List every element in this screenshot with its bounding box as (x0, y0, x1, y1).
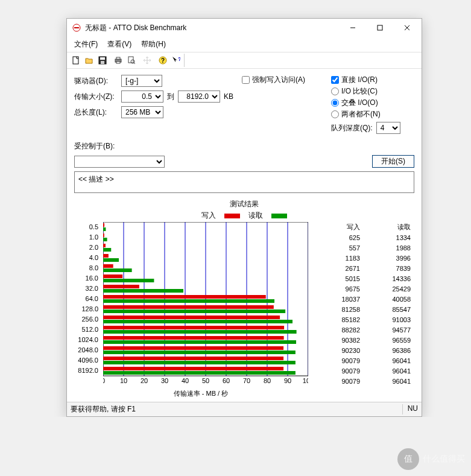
svg-rect-70 (103, 357, 283, 360)
svg-text:10: 10 (120, 377, 127, 384)
controlled-by-select[interactable] (74, 156, 165, 168)
svg-rect-12 (116, 62, 120, 63)
svg-rect-50 (103, 254, 109, 258)
drive-select[interactable]: [-g-] (121, 75, 162, 87)
menubar: 文件(F) 查看(V) 帮助(H) (67, 37, 422, 52)
print-icon[interactable] (112, 54, 125, 67)
svg-rect-69 (103, 351, 296, 354)
chart-y-labels: 0.51.02.04.08.016.032.064.0128.0256.0512… (74, 222, 98, 388)
svg-text:30: 30 (161, 377, 168, 384)
force-write-checkbox[interactable]: 强制写入访问(A) (242, 75, 326, 85)
svg-rect-73 (103, 371, 296, 375)
svg-rect-47 (103, 238, 107, 241)
svg-rect-11 (116, 57, 120, 59)
svg-text:90: 90 (284, 377, 291, 384)
menu-file[interactable]: 文件(F) (69, 38, 103, 51)
app-window: 无标题 - ATTO Disk Benchmark 文件(F) 查看(V) 帮助… (66, 18, 422, 417)
menu-help[interactable]: 帮助(H) (136, 38, 171, 51)
direct-io-checkbox[interactable]: 直接 I/O(R) (331, 75, 414, 85)
move-icon[interactable] (141, 54, 154, 67)
results-table: 写入读取 62513345571988118339962671783950151… (313, 222, 414, 388)
svg-rect-46 (103, 233, 104, 237)
svg-rect-62 (103, 316, 280, 319)
chart-legend: 写入 读取 (74, 211, 414, 221)
chart-bars: 0102030405060708090100 (103, 222, 308, 388)
total-length-select[interactable]: 256 MB (121, 106, 163, 118)
svg-rect-53 (103, 268, 132, 272)
svg-text:0: 0 (103, 377, 105, 384)
min-size-select[interactable]: 0.5 (121, 90, 163, 103)
queue-depth-label: 队列深度(Q): (331, 123, 373, 133)
queue-depth-select[interactable]: 4 (376, 122, 400, 134)
svg-rect-51 (103, 258, 119, 262)
x-axis-label: 传输速率 - MB / 秒 (98, 389, 303, 398)
description-box[interactable]: << 描述 >> (74, 171, 414, 193)
results-title: 测试结果 (74, 199, 414, 209)
svg-rect-58 (103, 295, 266, 299)
to-label: 到 (167, 92, 174, 102)
context-help-icon[interactable]: ? (169, 54, 183, 67)
total-length-label: 总长度(L): (74, 107, 118, 118)
svg-text:?: ? (161, 57, 165, 64)
results-chart: 0.51.02.04.08.016.032.064.0128.0256.0512… (74, 222, 414, 388)
settings-panel: 驱动器(D): [-g-] 传输大小(Z): 0.5 到 8192.0 KB 总… (67, 69, 422, 402)
svg-rect-49 (103, 248, 111, 252)
window-title: 无标题 - ATTO Disk Benchmark (85, 23, 339, 33)
new-icon[interactable] (69, 54, 83, 67)
max-size-select[interactable]: 8192.0 (178, 90, 220, 103)
toolbar: ? ? (67, 52, 422, 69)
menu-view[interactable]: 查看(V) (103, 38, 136, 51)
svg-text:100: 100 (303, 377, 308, 384)
svg-rect-67 (103, 340, 296, 344)
kb-label: KB (224, 92, 233, 101)
help-icon[interactable]: ? (156, 54, 169, 67)
svg-text:40: 40 (182, 377, 189, 384)
overlap-io-radio[interactable]: 交叠 I/O(O) (331, 98, 414, 108)
svg-rect-61 (103, 309, 285, 313)
svg-text:60: 60 (223, 377, 230, 384)
start-button[interactable]: 开始(S) (372, 155, 414, 168)
svg-rect-59 (103, 299, 274, 303)
svg-rect-44 (103, 223, 104, 227)
svg-rect-6 (73, 57, 78, 64)
svg-rect-54 (103, 274, 122, 278)
svg-line-15 (134, 63, 135, 64)
svg-text:80: 80 (264, 377, 271, 384)
svg-rect-3 (378, 25, 382, 30)
app-icon (72, 23, 81, 33)
titlebar[interactable]: 无标题 - ATTO Disk Benchmark (67, 19, 422, 37)
svg-rect-60 (103, 305, 274, 309)
minimize-button[interactable] (339, 19, 366, 36)
svg-rect-65 (103, 330, 297, 334)
svg-rect-66 (103, 336, 284, 340)
save-icon[interactable] (96, 54, 109, 67)
svg-rect-71 (103, 361, 296, 364)
svg-rect-56 (103, 285, 139, 288)
svg-rect-63 (103, 320, 292, 323)
svg-text:50: 50 (202, 377, 209, 384)
status-nu: NU (402, 404, 418, 414)
svg-rect-68 (103, 346, 283, 350)
statusbar: 要获得帮助, 请按 F1 NU (67, 402, 422, 416)
print-preview-icon[interactable] (125, 54, 138, 67)
maximize-button[interactable] (366, 19, 393, 36)
status-text: 要获得帮助, 请按 F1 (71, 404, 402, 414)
io-compare-radio[interactable]: I/O 比较(C) (331, 86, 414, 97)
neither-radio[interactable]: 两者都不(N) (331, 109, 414, 119)
toolbar-separator (184, 54, 185, 67)
svg-rect-72 (103, 367, 283, 370)
svg-rect-1 (74, 27, 79, 28)
svg-rect-45 (103, 227, 106, 231)
close-button[interactable] (393, 19, 420, 36)
svg-rect-55 (103, 279, 154, 282)
svg-rect-52 (103, 264, 113, 268)
svg-rect-57 (103, 289, 183, 293)
svg-rect-9 (101, 61, 104, 64)
open-icon[interactable] (83, 54, 96, 67)
svg-text:70: 70 (243, 377, 250, 384)
svg-text:20: 20 (141, 377, 148, 384)
svg-rect-64 (103, 326, 284, 329)
svg-rect-8 (100, 57, 105, 60)
drive-label: 驱动器(D): (74, 76, 118, 86)
transfer-size-label: 传输大小(Z): (74, 92, 118, 102)
